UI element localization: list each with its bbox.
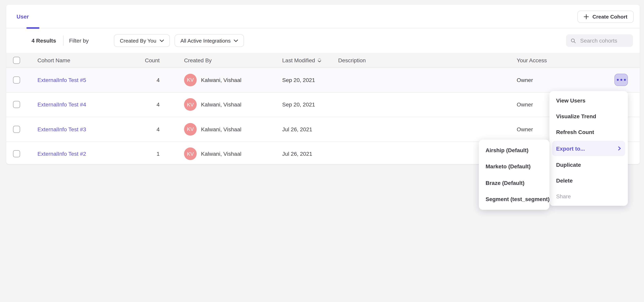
integrations-filter-value: All Active Integrations xyxy=(180,38,230,44)
created-by-name: Kalwani, Vishaal xyxy=(201,151,242,157)
column-header-created-by: Created By xyxy=(184,57,282,63)
menu-item-share: Share xyxy=(550,188,628,204)
menu-item-duplicate[interactable]: Duplicate xyxy=(550,157,628,173)
last-modified-date: Sep 20, 2021 xyxy=(282,77,338,83)
table-row: ExternalInfo Test #4 4 KV Kalwani, Visha… xyxy=(6,92,640,117)
last-modified-date: Jul 26, 2021 xyxy=(282,126,338,132)
last-modified-date: Sep 20, 2021 xyxy=(282,102,338,108)
row-context-menu: View Users Visualize Trend Refresh Count… xyxy=(550,91,628,206)
cohort-name-link[interactable]: ExternalInfo Test #2 xyxy=(38,151,86,157)
menu-item-visualize-trend[interactable]: Visualize Trend xyxy=(550,108,628,124)
tab-user-label: User xyxy=(16,13,29,20)
avatar: KV xyxy=(184,123,197,136)
row-checkbox[interactable] xyxy=(13,150,20,158)
cohort-count: 1 xyxy=(144,151,160,157)
chevron-down-icon xyxy=(160,39,164,42)
table-header: Cohort Name Count Created By Last Modifi… xyxy=(6,53,640,68)
create-cohort-button[interactable]: Create Cohort xyxy=(578,11,634,23)
table-row: ExternalInfo Test #5 4 KV Kalwani, Visha… xyxy=(6,68,640,92)
filter-by-label: Filter by xyxy=(69,38,89,44)
column-header-cohort-name: Cohort Name xyxy=(38,57,144,63)
cohorts-page: User Create Cohort 4 Results Filter by C… xyxy=(0,0,644,302)
search-input[interactable] xyxy=(579,37,628,44)
cohort-count: 4 xyxy=(144,126,160,132)
column-header-last-modified[interactable]: Last Modified xyxy=(282,57,338,63)
plus-icon xyxy=(584,14,589,19)
chevron-down-icon xyxy=(234,39,238,42)
cohort-name-link[interactable]: ExternalInfo Test #3 xyxy=(38,126,86,132)
access-value: Owner xyxy=(517,77,616,83)
created-by-name: Kalwani, Vishaal xyxy=(201,126,242,132)
sort-icon xyxy=(318,58,322,62)
search-cohorts-box[interactable] xyxy=(566,34,633,47)
cohort-count: 4 xyxy=(144,77,160,83)
menu-item-export-to[interactable]: Export to... xyxy=(552,140,625,156)
integrations-filter-dropdown[interactable]: All Active Integrations xyxy=(174,34,244,47)
submenu-item-airship[interactable]: Airship (Default) xyxy=(479,142,550,158)
select-all-checkbox[interactable] xyxy=(13,56,20,64)
menu-item-refresh-count[interactable]: Refresh Count xyxy=(550,124,628,140)
search-icon xyxy=(571,38,576,44)
column-header-count: Count xyxy=(144,57,160,63)
row-actions-button[interactable] xyxy=(614,74,628,86)
results-count: 4 Results xyxy=(32,38,56,44)
cohort-name-link[interactable]: ExternalInfo Test #5 xyxy=(38,77,86,83)
row-checkbox[interactable] xyxy=(13,101,20,108)
row-checkbox[interactable] xyxy=(13,126,20,133)
tabs-bar: User Create Cohort xyxy=(6,5,640,28)
cohort-name-link[interactable]: ExternalInfo Test #4 xyxy=(38,102,86,108)
submenu-item-braze[interactable]: Braze (Default) xyxy=(479,175,550,191)
submenu-item-segment[interactable]: Segment (test_segment) xyxy=(479,191,550,208)
tab-user[interactable]: User xyxy=(16,5,29,28)
column-header-your-access: Your Access xyxy=(517,57,616,63)
created-by-filter-value: Created By You xyxy=(120,38,156,44)
toolbar: 4 Results Filter by Created By You All A… xyxy=(6,28,640,53)
created-by-filter-dropdown[interactable]: Created By You xyxy=(114,34,170,47)
submenu-item-marketo[interactable]: Marketo (Default) xyxy=(479,158,550,175)
avatar: KV xyxy=(184,98,197,111)
created-by-name: Kalwani, Vishaal xyxy=(201,77,242,83)
cohort-count: 4 xyxy=(144,102,160,108)
create-cohort-label: Create Cohort xyxy=(592,14,628,20)
toolbar-divider xyxy=(63,36,64,46)
chevron-right-icon xyxy=(618,146,621,150)
menu-item-view-users[interactable]: View Users xyxy=(550,93,628,108)
last-modified-date: Jul 26, 2021 xyxy=(282,151,338,157)
column-header-description: Description xyxy=(338,57,517,63)
table-row: ExternalInfo Test #3 4 KV Kalwani, Visha… xyxy=(6,117,640,141)
menu-item-delete[interactable]: Delete xyxy=(550,173,628,189)
row-checkbox[interactable] xyxy=(13,76,20,84)
ellipsis-icon xyxy=(616,79,618,81)
export-submenu: Airship (Default) Marketo (Default) Braz… xyxy=(479,140,550,210)
avatar: KV xyxy=(184,148,197,160)
created-by-name: Kalwani, Vishaal xyxy=(201,102,242,108)
avatar: KV xyxy=(184,74,197,86)
